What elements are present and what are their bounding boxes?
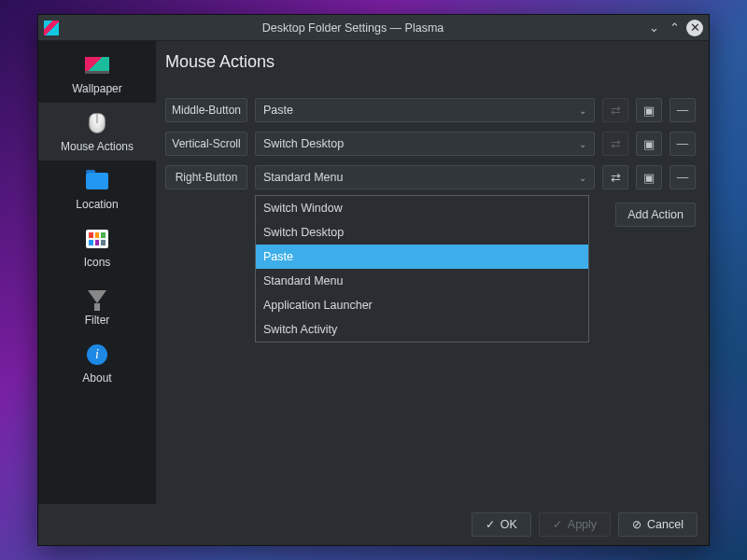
- dropdown-option[interactable]: Switch Desktop: [256, 220, 588, 245]
- sidebar-item-label: Wallpaper: [72, 82, 122, 95]
- dialog-footer: ✓ OK ✓ Apply ⊘ Cancel: [38, 504, 709, 545]
- swap-icon: ⇄: [611, 171, 621, 185]
- dropdown-option[interactable]: Standard Menu: [256, 269, 588, 293]
- info-icon: i: [84, 343, 110, 366]
- mouse-icon: [84, 112, 110, 134]
- dropdown-option[interactable]: Switch Activity: [256, 317, 588, 342]
- sidebar-item-about[interactable]: i About: [38, 334, 156, 392]
- sidebar-item-label: Mouse Actions: [61, 140, 134, 153]
- check-icon: ✓: [553, 518, 562, 531]
- settings-window: Desktop Folder Settings — Plasma ⌄ ⌃ ✕ W…: [37, 14, 710, 546]
- config-icon: ▣: [643, 137, 655, 151]
- action-row: Right-Button Standard Menu ⌄ ⇄ ▣ —: [165, 165, 696, 189]
- config-icon: ▣: [643, 171, 655, 185]
- remove-button[interactable]: —: [669, 165, 696, 189]
- action-row: Vertical-Scroll Switch Desktop ⌄ ⇄ ▣ —: [165, 132, 696, 156]
- dropdown-option[interactable]: Switch Window: [256, 196, 588, 220]
- folder-icon: [84, 170, 110, 192]
- remove-icon: —: [677, 104, 689, 117]
- reassign-button[interactable]: ⇄: [602, 98, 628, 122]
- action-select[interactable]: Paste ⌄: [255, 98, 595, 122]
- sidebar: Wallpaper Mouse Actions Location Icons F…: [38, 41, 156, 504]
- sidebar-item-label: About: [82, 371, 111, 385]
- edit-button[interactable]: ▣: [636, 98, 662, 122]
- remove-button[interactable]: —: [669, 132, 696, 156]
- ok-button[interactable]: ✓ OK: [472, 512, 531, 537]
- action-select-value: Switch Desktop: [263, 137, 344, 150]
- swap-icon: ⇄: [611, 104, 621, 118]
- action-select[interactable]: Switch Desktop ⌄: [255, 132, 595, 156]
- chevron-down-icon: ⌄: [579, 139, 586, 149]
- remove-icon: —: [677, 171, 689, 184]
- swap-icon: ⇄: [611, 137, 621, 151]
- sidebar-item-filter[interactable]: Filter: [38, 276, 156, 334]
- sidebar-item-label: Filter: [85, 314, 110, 327]
- apply-button[interactable]: ✓ Apply: [539, 512, 611, 537]
- action-dropdown: Switch Window Switch Desktop Paste Stand…: [255, 195, 589, 343]
- maximize-button[interactable]: ⌃: [666, 20, 683, 36]
- cancel-icon: ⊘: [632, 518, 641, 531]
- config-icon: ▣: [643, 104, 655, 118]
- app-icon: [44, 21, 59, 35]
- titlebar: Desktop Folder Settings — Plasma ⌄ ⌃ ✕: [38, 15, 709, 41]
- trigger-button[interactable]: Middle-Button: [165, 98, 247, 122]
- action-row: Middle-Button Paste ⌄ ⇄ ▣ —: [165, 98, 696, 122]
- minimize-button[interactable]: ⌄: [645, 20, 662, 36]
- trigger-button[interactable]: Right-Button: [165, 165, 247, 189]
- edit-button[interactable]: ▣: [636, 132, 662, 156]
- sidebar-item-label: Icons: [84, 256, 111, 269]
- page-title: Mouse Actions: [165, 52, 696, 72]
- wallpaper-icon: [84, 54, 110, 77]
- add-action-button[interactable]: Add Action: [615, 203, 696, 227]
- reassign-button[interactable]: ⇄: [602, 132, 628, 156]
- dropdown-option[interactable]: Application Launcher: [256, 293, 588, 317]
- filter-icon: [84, 286, 110, 308]
- trigger-button[interactable]: Vertical-Scroll: [165, 132, 247, 156]
- icons-icon: [84, 228, 110, 250]
- reassign-button[interactable]: ⇄: [602, 165, 628, 189]
- sidebar-item-location[interactable]: Location: [38, 161, 156, 218]
- window-title: Desktop Folder Settings — Plasma: [64, 21, 641, 35]
- edit-button[interactable]: ▣: [636, 165, 662, 189]
- action-select-value: Standard Menu: [263, 171, 343, 184]
- sidebar-item-label: Location: [76, 198, 118, 211]
- chevron-down-icon: ⌄: [579, 173, 586, 183]
- close-button[interactable]: ✕: [686, 20, 703, 36]
- remove-button[interactable]: —: [669, 98, 696, 122]
- cancel-button[interactable]: ⊘ Cancel: [618, 512, 698, 537]
- sidebar-item-icons[interactable]: Icons: [38, 218, 156, 276]
- check-icon: ✓: [486, 518, 495, 531]
- dropdown-option[interactable]: Paste: [256, 245, 588, 269]
- chevron-down-icon: ⌄: [579, 105, 586, 116]
- main-panel: Mouse Actions Middle-Button Paste ⌄ ⇄ ▣ …: [156, 41, 709, 504]
- remove-icon: —: [677, 137, 689, 150]
- sidebar-item-wallpaper[interactable]: Wallpaper: [38, 45, 156, 103]
- action-select[interactable]: Standard Menu ⌄: [255, 165, 595, 189]
- action-select-value: Paste: [263, 104, 293, 117]
- sidebar-item-mouse-actions[interactable]: Mouse Actions: [38, 103, 156, 161]
